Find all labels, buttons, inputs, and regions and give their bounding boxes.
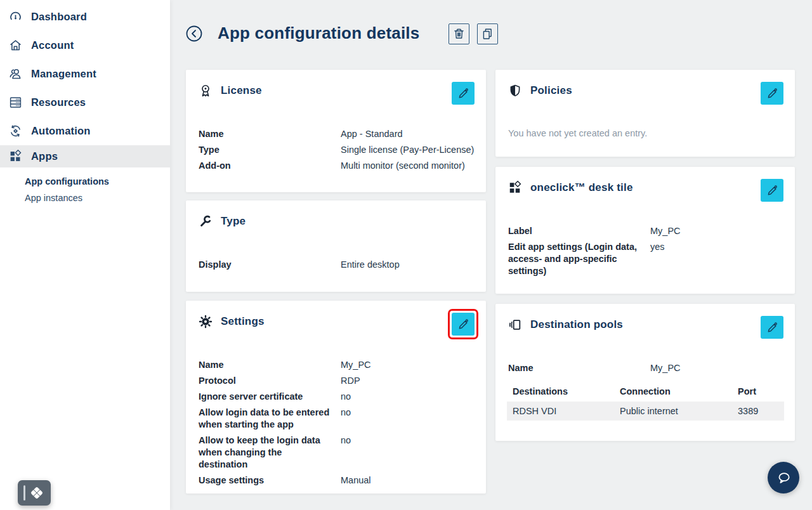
row-label: Display	[199, 259, 341, 271]
row-value: no	[341, 391, 351, 403]
row-label: Add-on	[199, 160, 341, 172]
pencil-icon	[457, 318, 470, 331]
row-value: no	[341, 407, 351, 431]
detail-row: Add-on Multi monitor (second monitor)	[199, 160, 475, 172]
detail-row: Allow to keep the login data when changi…	[199, 435, 475, 471]
desk-tile-edit-button[interactable]	[761, 179, 783, 202]
chevron-left-circle-icon	[185, 25, 203, 43]
cell-port: 3389	[732, 406, 784, 416]
shield-icon	[508, 84, 522, 98]
policies-edit-button[interactable]	[761, 82, 783, 105]
sidebar-item-automation[interactable]: Automation	[0, 117, 170, 145]
detail-row: Label My_PC	[508, 225, 783, 237]
pencil-icon	[766, 87, 779, 100]
row-value: My_PC	[341, 359, 371, 371]
row-label: Label	[508, 225, 650, 237]
settings-card: Settings Name My_PC Protocol RDP Ignore …	[186, 301, 486, 494]
apps-icon	[508, 181, 522, 195]
row-label: Edit app settings (Login data, access- a…	[508, 241, 650, 277]
row-value: RDP	[341, 375, 360, 387]
wrench-icon	[199, 214, 213, 228]
row-label: Type	[199, 144, 341, 156]
settings-edit-button[interactable]	[452, 313, 475, 336]
detail-row: Usage settings Manual	[199, 474, 475, 487]
screens-stack-icon	[508, 318, 522, 332]
detail-row: Ignore server certificate no	[199, 391, 475, 403]
row-value: Single license (Pay-Per-License)	[341, 144, 474, 156]
trash-icon	[452, 27, 466, 41]
row-value: App - Standard	[341, 128, 403, 140]
chat-bubble-icon	[775, 469, 792, 487]
detail-row: Protocol RDP	[199, 375, 475, 387]
apps-icon	[9, 150, 22, 163]
desk-tile-card: oneclick™ desk tile Label My_PC Edit app…	[495, 167, 795, 294]
cell-connection: Public internet	[614, 406, 732, 416]
sidebar-item-account[interactable]: Account	[0, 31, 170, 60]
column-header-destinations: Destinations	[507, 386, 614, 396]
row-value: Entire desktop	[341, 259, 400, 271]
server-icon	[9, 96, 22, 109]
page-title: App configuration details	[218, 23, 419, 43]
policies-card: Policies You have not yet created an ent…	[495, 70, 795, 157]
destination-pools-edit-button[interactable]	[761, 316, 783, 339]
sidebar-item-label: Management	[31, 68, 96, 80]
card-title: Type	[221, 215, 246, 228]
detail-row: Name My_PC	[199, 359, 475, 371]
license-card: License Name App - Standard Type Single …	[186, 70, 486, 192]
sidebar-item-label: Dashboard	[31, 11, 87, 23]
row-value: My_PC	[650, 225, 681, 237]
detail-row: Allow login data to be entered when star…	[199, 407, 475, 431]
row-value: My_PC	[650, 362, 681, 374]
column-header-connection: Connection	[614, 386, 732, 396]
license-edit-button[interactable]	[452, 82, 475, 105]
sidebar-item-resources[interactable]: Resources	[0, 88, 170, 117]
sidebar-subitem-app-configurations[interactable]: App configurations	[25, 173, 170, 190]
back-button[interactable]	[185, 25, 203, 43]
row-label: Allow to keep the login data when changi…	[199, 435, 341, 471]
row-label: Name	[508, 362, 650, 374]
apps-subnav: App configurations App instances	[0, 167, 170, 206]
row-value: yes	[650, 241, 665, 277]
card-title: Settings	[221, 315, 265, 328]
widget-toggle-button[interactable]	[18, 480, 51, 506]
sidebar-subitem-app-instances[interactable]: App instances	[25, 190, 170, 206]
destinations-table: Destinations Connection Port RDSH VDI Pu…	[507, 381, 784, 421]
detail-row: Name My_PC	[508, 362, 783, 374]
sidebar-item-label: Account	[31, 39, 74, 51]
pencil-icon	[457, 87, 470, 100]
users-icon	[9, 67, 22, 81]
copy-icon	[481, 27, 494, 41]
cell-destinations: RDSH VDI	[507, 406, 614, 416]
card-title: Policies	[530, 84, 572, 97]
row-label: Allow login data to be entered when star…	[199, 407, 341, 431]
sidebar-item-label: Automation	[31, 125, 91, 137]
diamond-tile-icon	[29, 485, 45, 501]
column-header-port: Port	[732, 386, 784, 396]
row-label: Protocol	[199, 375, 341, 387]
sidebar-item-apps[interactable]: Apps	[0, 145, 170, 167]
home-icon	[9, 39, 22, 52]
row-value: no	[341, 435, 351, 471]
card-title: oneclick™ desk tile	[530, 181, 633, 194]
sidebar-item-label: Apps	[31, 150, 58, 162]
delete-button[interactable]	[449, 23, 469, 44]
chat-support-button[interactable]	[768, 462, 799, 494]
detail-row: Name App - Standard	[199, 128, 475, 140]
destination-pools-card: Destination pools Name My_PC Destination…	[495, 304, 795, 441]
row-value: Multi monitor (second monitor)	[341, 160, 465, 172]
row-label: Name	[199, 128, 341, 140]
award-icon	[199, 84, 213, 98]
sidebar-item-label: Resources	[31, 96, 86, 108]
sync-gear-icon	[9, 124, 22, 138]
detail-row: Display Entire desktop	[199, 259, 475, 271]
table-row[interactable]: RDSH VDI Public internet 3389	[507, 402, 784, 421]
sidebar-item-dashboard[interactable]: Dashboard	[0, 3, 170, 31]
table-header-row: Destinations Connection Port	[507, 381, 784, 402]
pencil-icon	[766, 184, 779, 197]
type-card: Type Display Entire desktop	[186, 200, 486, 292]
row-label: Name	[199, 359, 341, 371]
duplicate-button[interactable]	[477, 23, 498, 44]
row-label: Ignore server certificate	[199, 391, 341, 403]
gauge-icon	[9, 10, 22, 23]
sidebar-item-management[interactable]: Management	[0, 60, 170, 88]
